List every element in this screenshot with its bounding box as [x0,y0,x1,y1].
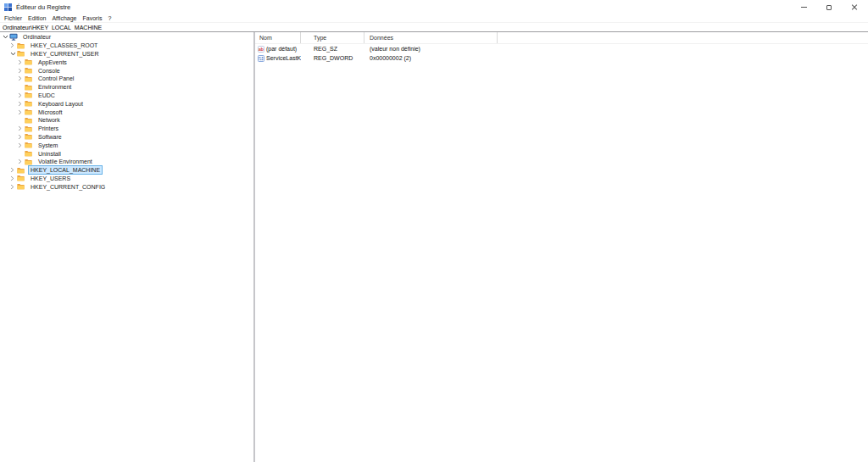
regedit-window: Éditeur du Registre Fichier Edition [0,0,868,462]
menu-item[interactable]: ? [108,15,111,21]
folder-icon [25,67,32,74]
tree-expander[interactable] [18,59,25,65]
column-header-donnees[interactable]: Données [364,32,498,43]
chevron-right-icon [18,92,22,98]
chevron-right-icon [18,75,22,81]
maximize-button[interactable] [816,0,841,14]
tree-expander[interactable] [3,35,9,39]
menu-item[interactable]: Affichage [52,15,76,21]
title-bar: Éditeur du Registre [0,0,868,14]
folder-icon [25,84,32,91]
folder-icon [17,175,25,181]
registry-app-icon [4,3,12,11]
folder-icon [25,117,32,124]
chevron-right-icon [10,42,14,48]
values-list: ab [255,44,868,63]
folder-icon [25,125,32,132]
tree-expander[interactable] [18,68,25,74]
value-data: (valeur non définie) [370,46,420,52]
chevron-right-icon [10,184,14,190]
tree-expander[interactable] [10,184,17,190]
window-title: Éditeur du Registre [16,4,70,11]
folder-icon [25,142,32,148]
tree-expander[interactable] [18,101,25,107]
tree-item[interactable]: HKEY_CURRENT_CONFIG [0,182,253,191]
column-header-type[interactable]: Type [301,32,364,43]
dword-value-icon [258,55,264,62]
chevron-right-icon [18,142,22,148]
address-bar [0,22,868,32]
folder-icon [25,159,32,165]
content-area: Ordinateur [0,32,868,462]
tree-expander[interactable] [18,134,25,140]
tree-expander[interactable] [18,109,25,115]
column-header-label: Données [370,35,393,41]
string-value-icon: ab [258,46,264,53]
value-data: 0x00000002 (2) [370,55,411,61]
chevron-down-icon [10,52,16,56]
column-header-nom[interactable]: Nom [255,32,301,43]
folder-icon [25,92,32,98]
folder-icon [25,150,32,157]
registry-tree: Ordinateur [0,32,253,462]
chevron-right-icon [10,167,14,173]
caption-buttons [792,0,868,14]
folder-icon [25,109,32,115]
tree-expander[interactable] [18,125,25,131]
value-name: ServiceLastKno... [266,55,301,61]
folder-icon [25,100,32,107]
menu-bar: Fichier Edition Affichage Favoris ? [0,14,868,21]
svg-text:ab: ab [259,47,264,52]
chevron-right-icon [18,101,22,107]
folder-icon [25,75,32,82]
table-row[interactable]: ab [255,53,868,63]
chevron-right-icon [10,175,14,181]
maximize-icon [826,5,832,10]
value-type: REG_DWORD [314,55,353,61]
tree-expander[interactable] [18,159,25,164]
chevron-down-icon [3,35,8,39]
list-header: Nom Type Données [255,32,868,44]
address-input[interactable] [0,23,868,31]
tree-expander[interactable] [10,42,17,48]
menu-item[interactable]: Edition [28,15,46,21]
chevron-right-icon [18,159,22,164]
folder-icon [17,167,25,174]
chevron-right-icon [18,68,22,74]
minimize-icon [801,7,807,8]
computer-icon [9,33,18,41]
tree-expander[interactable] [18,92,25,98]
minimize-button[interactable] [792,0,816,14]
value-name: (par défaut) [266,46,297,52]
chevron-right-icon [18,59,22,65]
tree-expander[interactable] [10,167,17,173]
column-header-label: Type [314,35,326,41]
value-type: REG_SZ [314,46,337,52]
close-button[interactable] [841,0,868,14]
tree-expander[interactable] [10,52,17,56]
folder-icon [17,42,25,49]
tree-item-label: HKEY_CURRENT_CONFIG [28,182,108,192]
table-row[interactable]: ab [255,44,868,53]
chevron-right-icon [18,125,22,131]
folder-icon [17,183,25,190]
folder-icon [25,133,32,140]
chevron-right-icon [18,109,22,115]
values-panel: Nom Type Données ab [255,32,868,462]
column-header-label: Nom [259,35,272,41]
chevron-right-icon [18,134,22,140]
folder-icon [17,50,25,57]
close-icon [851,4,858,11]
tree-expander[interactable] [18,75,25,81]
tree-expander[interactable] [10,175,17,181]
tree-expander[interactable] [18,142,25,148]
menu-item[interactable]: Favoris [82,15,102,21]
menu-item[interactable]: Fichier [4,15,22,21]
folder-icon [25,58,32,65]
